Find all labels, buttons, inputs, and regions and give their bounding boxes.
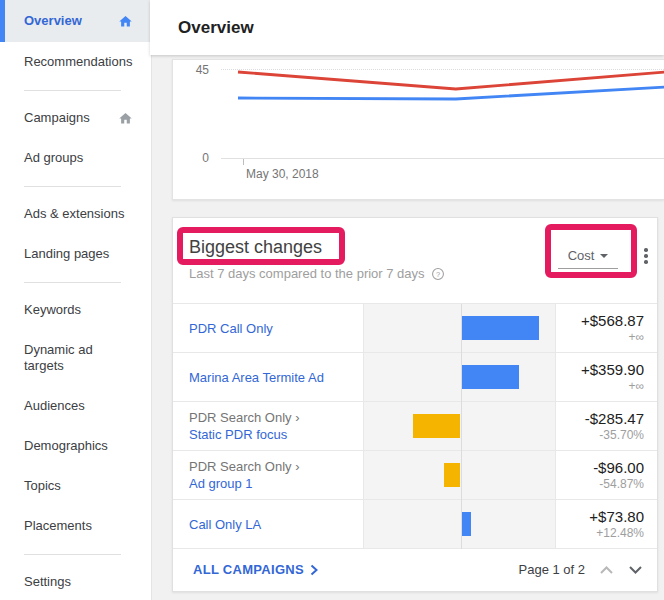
- chevron-right-icon: [310, 564, 318, 576]
- sidebar-item-label: Overview: [24, 13, 118, 29]
- sidebar-item-ad-groups[interactable]: Ad groups: [0, 138, 151, 178]
- sidebar-divider: [24, 186, 121, 187]
- biggest-changes-header: Biggest changes Last 7 days compared to …: [173, 218, 657, 303]
- sidebar-item-placements[interactable]: Placements: [0, 506, 151, 546]
- sidebar-item-label: Audiences: [24, 398, 133, 414]
- overview-chart-lines: [173, 60, 664, 201]
- all-campaigns-link[interactable]: ALL CAMPAIGNS: [193, 562, 318, 577]
- sidebar-divider: [24, 282, 121, 283]
- home-icon: [118, 14, 133, 29]
- pagination: Page 1 of 2: [519, 562, 644, 577]
- page-down-button[interactable]: [628, 565, 643, 575]
- svg-text:?: ?: [436, 269, 440, 278]
- sidebar-item-recommendations[interactable]: Recommendations: [0, 42, 151, 82]
- change-bar-cell: [364, 500, 556, 548]
- table-row: PDR Search Only › Static PDR focus -$285…: [173, 402, 657, 451]
- change-value-cell: -$96.00 -54.87%: [556, 451, 657, 499]
- sidebar-item-label: Dynamic ad targets: [24, 342, 133, 374]
- sidebar: Overview Recommendations Campaigns Ad gr…: [0, 0, 152, 600]
- biggest-changes-title: Biggest changes: [189, 237, 322, 258]
- campaign-name-cell: PDR Search Only › Ad group 1: [173, 451, 364, 499]
- change-value: +$568.87: [581, 312, 644, 330]
- change-percent: +∞: [628, 379, 644, 394]
- biggest-changes-card: Biggest changes Last 7 days compared to …: [172, 217, 658, 592]
- sidebar-item-label: Topics: [24, 478, 133, 494]
- change-value: -$285.47: [585, 410, 644, 428]
- change-percent: -35.70%: [599, 428, 644, 443]
- sidebar-item-label: Ads & extensions: [24, 206, 133, 222]
- change-bar: [461, 365, 519, 389]
- page-title: Overview: [178, 18, 254, 38]
- sidebar-item-label: Landing pages: [24, 246, 133, 262]
- table-row: PDR Call Only +$568.87 +∞: [173, 304, 657, 353]
- sidebar-item-campaigns[interactable]: Campaigns: [0, 98, 151, 138]
- campaign-name-cell: Marina Area Termite Ad: [173, 353, 364, 401]
- campaign-link[interactable]: Marina Area Termite Ad: [189, 369, 355, 386]
- sidebar-item-topics[interactable]: Topics: [0, 466, 151, 506]
- chevron-down-icon: [600, 254, 608, 258]
- sidebar-item-settings[interactable]: Settings: [0, 562, 151, 600]
- sidebar-item-audiences[interactable]: Audiences: [0, 386, 151, 426]
- metric-dropdown-value: Cost: [568, 248, 595, 263]
- change-bar: [461, 512, 471, 536]
- sidebar-item-keywords[interactable]: Keywords: [0, 290, 151, 330]
- sidebar-item-demographics[interactable]: Demographics: [0, 426, 151, 466]
- ad-group-link[interactable]: Ad group 1: [189, 475, 355, 492]
- change-bar-cell: [364, 353, 556, 401]
- biggest-changes-subtitle: Last 7 days compared to the prior 7 days…: [189, 266, 445, 281]
- sidebar-item-landing-pages[interactable]: Landing pages: [0, 234, 151, 274]
- all-campaigns-label: ALL CAMPAIGNS: [193, 562, 304, 577]
- change-value-cell: +$73.80 +12.48%: [556, 500, 657, 548]
- change-value-cell: +$359.90 +∞: [556, 353, 657, 401]
- change-value: -$96.00: [593, 459, 644, 477]
- page-up-button[interactable]: [599, 565, 614, 575]
- sidebar-item-overview[interactable]: Overview: [0, 0, 151, 42]
- campaign-path: PDR Search Only ›: [189, 458, 355, 475]
- change-value: +$359.90: [581, 361, 644, 379]
- change-bar: [461, 316, 539, 340]
- pagination-label: Page 1 of 2: [519, 562, 586, 577]
- page-header: Overview: [150, 0, 664, 55]
- change-bar: [444, 463, 460, 487]
- google-ads-overview-page: Overview Recommendations Campaigns Ad gr…: [0, 0, 664, 600]
- chevron-up-icon: [599, 565, 614, 575]
- sidebar-item-label: Demographics: [24, 438, 133, 454]
- sidebar-item-label: Recommendations: [24, 54, 133, 70]
- change-value-cell: -$285.47 -35.70%: [556, 402, 657, 450]
- change-value-cell: +$568.87 +∞: [556, 304, 657, 352]
- sidebar-item-label: Placements: [24, 518, 133, 534]
- campaign-name-cell: PDR Call Only: [173, 304, 364, 352]
- ad-group-link[interactable]: Static PDR focus: [189, 426, 355, 443]
- overview-chart-card: 45 0 May 30, 2018: [172, 59, 664, 200]
- table-row: Call Only LA +$73.80 +12.48%: [173, 500, 657, 549]
- sidebar-item-ads-extensions[interactable]: Ads & extensions: [0, 194, 151, 234]
- sidebar-item-label: Settings: [24, 574, 133, 590]
- sidebar-divider: [24, 90, 121, 91]
- change-bar: [413, 414, 460, 438]
- campaign-link[interactable]: PDR Call Only: [189, 320, 355, 337]
- biggest-changes-table: PDR Call Only +$568.87 +∞ Marina Area Te…: [173, 303, 657, 549]
- home-icon: [118, 111, 133, 126]
- sidebar-item-label: Ad groups: [24, 150, 133, 166]
- change-bar-cell: [364, 304, 556, 352]
- sidebar-item-label: Campaigns: [24, 110, 118, 126]
- bar-zero-axis: [461, 304, 462, 549]
- campaign-path: PDR Search Only ›: [189, 409, 355, 426]
- change-percent: +∞: [628, 330, 644, 345]
- more-options-icon[interactable]: [639, 244, 653, 268]
- change-value: +$73.80: [589, 508, 644, 526]
- campaign-link[interactable]: Call Only LA: [189, 516, 355, 533]
- campaign-name-cell: Call Only LA: [173, 500, 364, 548]
- table-row: Marina Area Termite Ad +$359.90 +∞: [173, 353, 657, 402]
- help-icon[interactable]: ?: [431, 267, 445, 281]
- sidebar-item-dynamic-ad-targets[interactable]: Dynamic ad targets: [0, 330, 151, 386]
- campaign-name-cell: PDR Search Only › Static PDR focus: [173, 402, 364, 450]
- biggest-changes-footer: ALL CAMPAIGNS Page 1 of 2: [173, 548, 657, 591]
- chevron-down-icon: [628, 565, 643, 575]
- change-percent: -54.87%: [599, 477, 644, 492]
- metric-dropdown[interactable]: Cost: [558, 243, 618, 269]
- change-bar-cell: [364, 402, 556, 450]
- sidebar-divider: [24, 554, 121, 555]
- table-row: PDR Search Only › Ad group 1 -$96.00 -54…: [173, 451, 657, 500]
- change-bar-cell: [364, 451, 556, 499]
